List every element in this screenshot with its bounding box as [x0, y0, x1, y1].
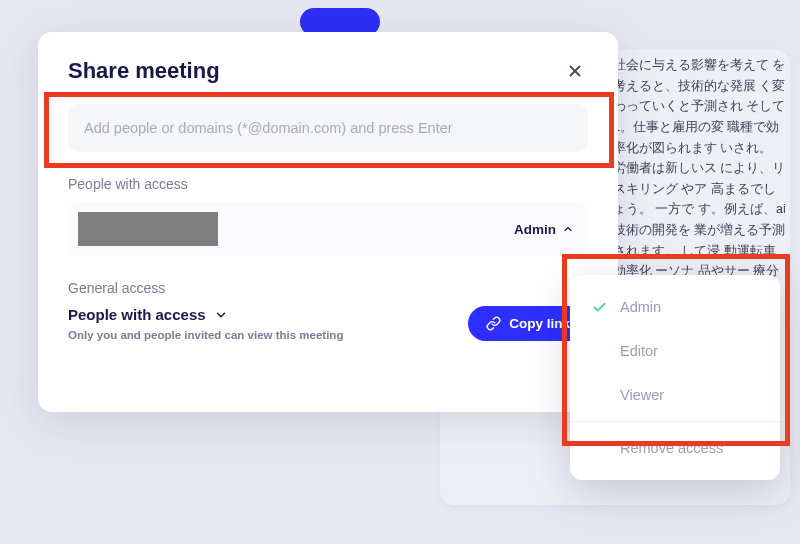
- link-icon: [486, 316, 501, 331]
- role-option-label: Editor: [620, 343, 658, 359]
- modal-header: Share meeting: [68, 58, 588, 84]
- role-label: Admin: [514, 222, 556, 237]
- role-toggle[interactable]: Admin: [514, 222, 574, 237]
- role-option-viewer[interactable]: Viewer: [570, 373, 780, 417]
- modal-title: Share meeting: [68, 58, 220, 84]
- role-option-label: Viewer: [620, 387, 664, 403]
- chevron-down-icon: [214, 308, 228, 322]
- copy-link-label: Copy link: [509, 316, 570, 331]
- add-people-wrap: [68, 104, 588, 152]
- role-option-remove[interactable]: Remove access: [570, 426, 780, 470]
- role-option-editor[interactable]: Editor: [570, 329, 780, 373]
- person-left: [78, 212, 218, 246]
- role-dropdown: Admin Editor Viewer Remove access: [570, 275, 780, 480]
- chevron-up-icon: [562, 223, 574, 235]
- role-option-label: Remove access: [620, 440, 723, 456]
- access-scope-toggle[interactable]: People with access: [68, 306, 343, 323]
- check-icon: [592, 300, 608, 315]
- close-icon: [566, 62, 584, 80]
- share-meeting-modal: Share meeting People with access Admin G…: [38, 32, 618, 412]
- general-access-label: General access: [68, 280, 588, 296]
- role-option-admin[interactable]: Admin: [570, 285, 780, 329]
- add-people-input[interactable]: [68, 104, 588, 152]
- access-note: Only you and people invited can view thi…: [68, 329, 343, 341]
- general-access-row: People with access Only you and people i…: [68, 306, 588, 341]
- access-scope-label: People with access: [68, 306, 206, 323]
- people-with-access-label: People with access: [68, 176, 588, 192]
- person-row: Admin: [68, 202, 588, 256]
- close-button[interactable]: [562, 58, 588, 84]
- dropdown-separator: [570, 421, 780, 422]
- avatar: [78, 212, 218, 246]
- role-option-label: Admin: [620, 299, 661, 315]
